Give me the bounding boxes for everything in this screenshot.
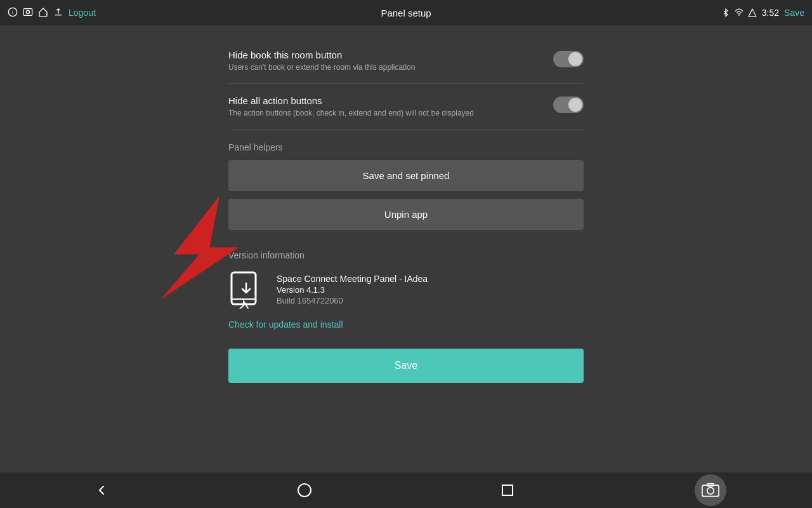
hide-action-buttons-description: The action buttons (book, check in, exte… — [228, 109, 540, 117]
status-bar-left: i Logout — [8, 7, 96, 19]
home-icon-status — [38, 7, 48, 19]
home-circle-icon — [297, 483, 312, 498]
bottom-nav — [0, 472, 812, 508]
camera-icon — [702, 483, 719, 498]
logout-button[interactable]: Logout — [69, 8, 96, 18]
app-version: Version 4.1.3 — [277, 285, 428, 295]
hide-book-button-title: Hide book this room button — [228, 50, 540, 60]
bluetooth-icon — [721, 8, 730, 18]
svg-rect-2 — [23, 8, 32, 15]
save-button-top[interactable]: Save — [784, 8, 804, 18]
system-status-icons — [721, 8, 757, 18]
notification-icon: i — [8, 7, 18, 19]
version-details: Space Connect Meeting Panel - IAdea Vers… — [277, 274, 428, 305]
panel-helpers-heading: Panel helpers — [228, 142, 584, 152]
save-button-main[interactable]: Save — [228, 349, 584, 383]
check-updates-link[interactable]: Check for updates and install — [228, 319, 343, 330]
svg-point-14 — [707, 488, 714, 495]
photo-icon — [23, 7, 33, 19]
main-content: Hide book this room button Users can't b… — [0, 25, 812, 483]
save-and-set-pinned-button[interactable]: Save and set pinned — [228, 160, 584, 191]
svg-rect-12 — [502, 485, 513, 495]
hide-action-buttons-toggle[interactable] — [553, 97, 584, 113]
hide-book-button-row: Hide book this room button Users can't b… — [228, 38, 584, 84]
svg-point-3 — [26, 10, 29, 13]
nav-home-button[interactable] — [289, 474, 320, 506]
page-title: Panel setup — [381, 8, 431, 18]
signal-icon — [748, 8, 757, 17]
clock: 3:52 — [762, 8, 779, 18]
hide-action-buttons-text: Hide all action buttons The action butto… — [228, 95, 540, 117]
nav-recents-button[interactable] — [492, 474, 523, 506]
nav-back-button[interactable] — [86, 474, 117, 506]
app-name: Space Connect Meeting Panel - IAdea — [277, 274, 428, 284]
back-icon — [94, 483, 109, 498]
status-bar: i Logout Panel setup — [0, 0, 812, 25]
svg-point-11 — [298, 484, 311, 497]
wifi-icon — [734, 8, 744, 17]
status-bar-right: 3:52 Save — [721, 8, 804, 18]
unpin-app-button[interactable]: Unpin app — [228, 199, 584, 230]
upload-icon — [53, 7, 63, 19]
settings-container: Hide book this room button Users can't b… — [216, 38, 596, 396]
hide-action-buttons-row: Hide all action buttons The action butto… — [228, 84, 584, 130]
svg-point-5 — [738, 15, 740, 16]
nav-camera-button[interactable] — [695, 474, 726, 506]
recents-square-icon — [500, 483, 515, 498]
hide-book-button-text: Hide book this room button Users can't b… — [228, 50, 540, 72]
svg-rect-4 — [55, 15, 62, 15]
version-info-row: Space Connect Meeting Panel - IAdea Vers… — [228, 271, 584, 309]
svg-marker-6 — [749, 9, 756, 17]
svg-text:i: i — [12, 9, 13, 15]
hide-book-button-toggle[interactable] — [553, 51, 584, 67]
hide-action-buttons-title: Hide all action buttons — [228, 95, 540, 106]
app-build: Build 1654722060 — [277, 296, 428, 305]
app-icon — [228, 271, 266, 309]
version-info-heading: Version information — [228, 250, 584, 260]
hide-book-button-description: Users can't book or extend the room via … — [228, 63, 540, 72]
